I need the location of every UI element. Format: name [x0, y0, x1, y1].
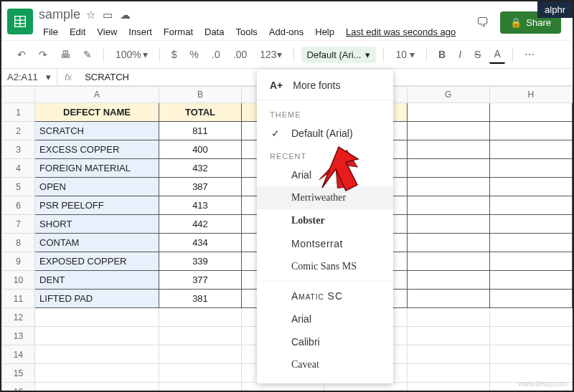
menu-addons[interactable]: Add-ons	[265, 24, 308, 40]
row-header[interactable]: 16	[2, 383, 35, 393]
font-dropdown-menu: A+ More fonts THEME ✓ Default (Arial) RE…	[257, 70, 393, 383]
red-arrow-annotation-icon	[319, 143, 362, 196]
font-item-arial-2[interactable]: Arial	[257, 307, 393, 330]
font-family-dropdown[interactable]: Default (Ari... ▾	[301, 47, 377, 63]
currency-button[interactable]: $	[167, 46, 182, 63]
name-box[interactable]: A2:A11▾	[1, 69, 57, 85]
checkmark-icon: ✓	[270, 128, 281, 139]
comments-icon[interactable]: 🗨	[474, 14, 491, 32]
percent-button[interactable]: %	[186, 46, 203, 63]
font-item-lobster[interactable]: Lobster	[257, 209, 393, 232]
row-header[interactable]: 11	[2, 290, 35, 308]
strike-button[interactable]: S	[470, 46, 485, 63]
fx-icon: fx	[57, 72, 79, 82]
paint-format-icon[interactable]: ✎	[79, 46, 96, 63]
lock-icon: 🔒	[510, 17, 522, 28]
alphr-badge: alphr	[537, 1, 573, 18]
font-item-default-arial[interactable]: ✓ Default (Arial)	[257, 122, 393, 145]
cell-total[interactable]: 432	[159, 159, 241, 178]
row-header[interactable]: 7	[2, 215, 35, 234]
cell-defect-name[interactable]: SCRATCH	[35, 122, 159, 140]
row-header[interactable]: 15	[2, 364, 35, 383]
row-header[interactable]: 8	[2, 234, 35, 252]
cell-defect-name[interactable]: EXCESS COPPER	[35, 140, 159, 159]
more-fonts-item[interactable]: A+ More fonts	[257, 74, 393, 97]
cell-defect-name[interactable]: PSR PEELOFF	[35, 196, 159, 215]
watermark: www.deuq.com	[518, 380, 567, 388]
menu-file[interactable]: File	[39, 24, 62, 40]
bold-button[interactable]: B	[434, 46, 450, 63]
row-header[interactable]: 3	[2, 140, 35, 159]
font-item-montserrat[interactable]: Montserrat	[257, 232, 393, 255]
font-item-caveat[interactable]: Caveat	[257, 353, 393, 376]
menu-insert[interactable]: Insert	[124, 24, 156, 40]
row-header[interactable]: 5	[2, 178, 35, 196]
redo-icon[interactable]: ↷	[34, 46, 52, 63]
star-icon[interactable]: ☆	[86, 9, 95, 21]
header-cell[interactable]: DEFECT NAME	[35, 103, 159, 122]
more-tools-button[interactable]: ⋯	[520, 46, 539, 63]
cell-total[interactable]: 387	[159, 178, 241, 196]
number-format-dropdown[interactable]: 123▾	[255, 46, 286, 63]
increase-decimal-button[interactable]: .00	[229, 46, 251, 63]
row-header[interactable]: 9	[2, 252, 35, 271]
cell-defect-name[interactable]: LIFTED PAD	[35, 290, 159, 308]
menu-edit[interactable]: Edit	[65, 24, 90, 40]
select-all-corner[interactable]	[2, 87, 35, 103]
col-header-B[interactable]: B	[159, 87, 241, 103]
menu-help[interactable]: Help	[311, 24, 339, 40]
add-font-icon: A+	[270, 80, 283, 91]
cloud-status-icon: ☁	[120, 9, 131, 21]
cell-total[interactable]: 434	[159, 234, 241, 252]
row-header[interactable]: 13	[2, 327, 35, 345]
last-edit-link[interactable]: Last edit was seconds ago	[342, 24, 460, 40]
toolbar: ↶ ↷ 🖶 ✎ 100% ▾ $ % .0 .00 123▾ Default (…	[1, 40, 573, 69]
move-folder-icon[interactable]: ▭	[103, 9, 113, 21]
cell-defect-name[interactable]: EXPOSED COPPER	[35, 252, 159, 271]
cell-total[interactable]: 377	[159, 271, 241, 290]
theme-section-label: THEME	[257, 103, 393, 122]
font-size-dropdown[interactable]: 10 ▾	[391, 46, 419, 63]
italic-button[interactable]: I	[454, 46, 466, 63]
font-item-comic-sans[interactable]: Comic Sans MS	[257, 255, 393, 278]
menu-format[interactable]: Format	[159, 24, 197, 40]
formula-input[interactable]: SCRATCH	[79, 69, 135, 85]
cell-total[interactable]: 381	[159, 290, 241, 308]
cell-defect-name[interactable]: DENT	[35, 271, 159, 290]
cell-total[interactable]: 400	[159, 140, 241, 159]
row-header[interactable]: 2	[2, 122, 35, 140]
row-header[interactable]: 1	[2, 103, 35, 122]
sheets-logo-icon[interactable]	[7, 9, 33, 34]
col-header-A[interactable]: A	[35, 87, 159, 103]
undo-icon[interactable]: ↶	[13, 46, 30, 63]
doc-title[interactable]: sample	[39, 7, 80, 22]
header-cell[interactable]: TOTAL	[159, 103, 241, 122]
col-header-G[interactable]: G	[407, 87, 489, 103]
decrease-decimal-button[interactable]: .0	[207, 46, 225, 63]
print-icon[interactable]: 🖶	[56, 46, 75, 63]
font-item-amatic[interactable]: Amatic SC	[257, 285, 393, 307]
menu-data[interactable]: Data	[200, 24, 228, 40]
cell-total[interactable]: 413	[159, 196, 241, 215]
cell-total[interactable]: 339	[159, 252, 241, 271]
cell-defect-name[interactable]: FOREIGN MATERIAL	[35, 159, 159, 178]
menubar: File Edit View Insert Format Data Tools …	[39, 24, 469, 40]
cell-total[interactable]: 442	[159, 215, 241, 234]
col-header-H[interactable]: H	[489, 87, 572, 103]
header: sample ☆ ▭ ☁ File Edit View Insert Forma…	[1, 1, 573, 40]
menu-tools[interactable]: Tools	[231, 24, 261, 40]
menu-view[interactable]: View	[93, 24, 121, 40]
row-header[interactable]: 14	[2, 345, 35, 364]
row-header[interactable]: 4	[2, 159, 35, 178]
cell-defect-name[interactable]: SHORT	[35, 215, 159, 234]
zoom-dropdown[interactable]: 100% ▾	[111, 46, 152, 63]
cell-defect-name[interactable]: OPEN	[35, 178, 159, 196]
share-label: Share	[526, 17, 551, 28]
cell-defect-name[interactable]: CONTAM	[35, 234, 159, 252]
cell-total[interactable]: 811	[159, 122, 241, 140]
font-item-calibri[interactable]: Calibri	[257, 330, 393, 353]
row-header[interactable]: 6	[2, 196, 35, 215]
row-header[interactable]: 10	[2, 271, 35, 290]
row-header[interactable]: 12	[2, 308, 35, 327]
text-color-button[interactable]: A	[489, 45, 504, 64]
